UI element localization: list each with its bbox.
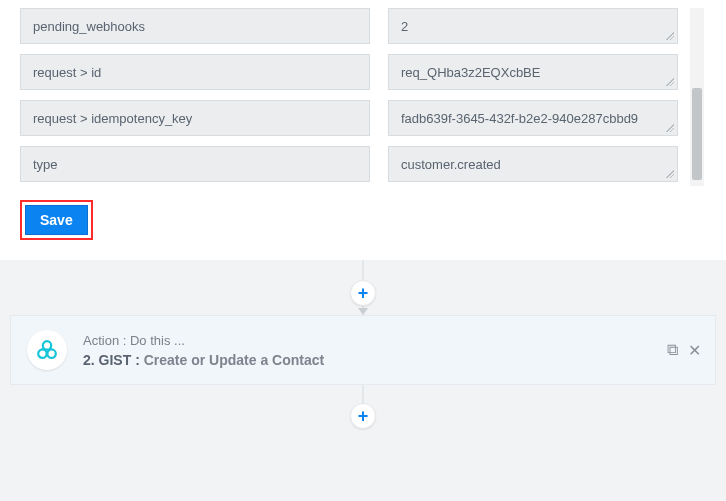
field-value-input[interactable]: 2: [388, 8, 678, 44]
gist-icon: [36, 339, 58, 361]
step-action: Create or Update a Contact: [144, 352, 324, 368]
step-text: Action : Do this ... 2. GIST : Create or…: [83, 333, 324, 368]
svg-point-1: [38, 349, 46, 357]
connector: +: [0, 385, 726, 431]
save-button[interactable]: Save: [25, 205, 88, 235]
field-value-input[interactable]: req_QHba3z2EQXcbBE: [388, 54, 678, 90]
fields-scroll: pending_webhooks 2 request > id req_QHba…: [20, 0, 706, 182]
close-step-icon[interactable]: ✕: [688, 341, 701, 360]
field-row: pending_webhooks 2: [20, 8, 706, 44]
scrollbar[interactable]: [690, 8, 704, 186]
field-row: type customer.created: [20, 146, 706, 182]
connector: +: [0, 260, 726, 315]
step-pretitle: Action : Do this ...: [83, 333, 324, 348]
field-rows: pending_webhooks 2 request > id req_QHba…: [20, 0, 706, 182]
add-step-button[interactable]: +: [350, 280, 376, 306]
app-icon-wrap: [27, 330, 67, 370]
field-key-input[interactable]: request > id: [20, 54, 370, 90]
field-row: request > id req_QHba3z2EQXcbBE: [20, 54, 706, 90]
field-value-input[interactable]: customer.created: [388, 146, 678, 182]
add-step-button[interactable]: +: [350, 403, 376, 429]
copy-step-icon[interactable]: ⧉: [667, 341, 678, 360]
svg-point-0: [43, 341, 51, 349]
field-key-input[interactable]: type: [20, 146, 370, 182]
step-app: GIST :: [99, 352, 144, 368]
svg-point-2: [47, 349, 55, 357]
step-card[interactable]: Action : Do this ... 2. GIST : Create or…: [10, 315, 716, 385]
save-highlight: Save: [20, 200, 93, 240]
field-key-input[interactable]: request > idempotency_key: [20, 100, 370, 136]
step-title: 2. GIST : Create or Update a Contact: [83, 352, 324, 368]
config-panel: pending_webhooks 2 request > id req_QHba…: [0, 0, 726, 260]
connector-arrow-icon: [358, 308, 368, 315]
scrollbar-thumb[interactable]: [692, 88, 702, 180]
card-actions: ⧉ ✕: [667, 341, 701, 360]
step-number: 2.: [83, 352, 99, 368]
field-key-input[interactable]: pending_webhooks: [20, 8, 370, 44]
field-value-input[interactable]: fadb639f-3645-432f-b2e2-940e287cbbd9: [388, 100, 678, 136]
field-row: request > idempotency_key fadb639f-3645-…: [20, 100, 706, 136]
